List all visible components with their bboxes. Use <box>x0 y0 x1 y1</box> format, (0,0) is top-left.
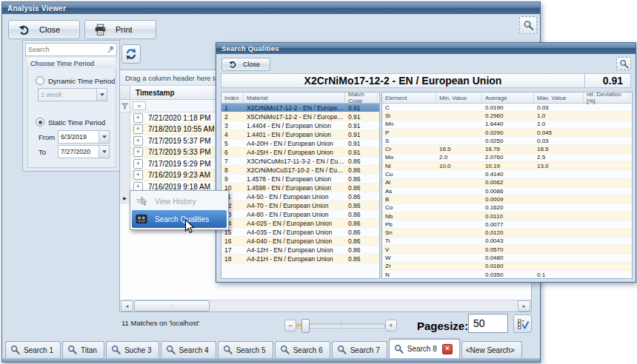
element-row[interactable]: Ni10.010.1913.0 <box>382 162 632 170</box>
tab-suche-3[interactable]: Suche 3 <box>106 341 159 358</box>
element-row[interactable]: S0.02500.03 <box>382 137 632 145</box>
element-row[interactable]: Cu0.4140 <box>382 170 632 178</box>
element-row[interactable]: Co0.1620 <box>382 204 632 212</box>
material-row[interactable]: 2X5CrNiMo17-12-2 - EN / European Union0.… <box>221 112 379 121</box>
element-row[interactable]: Nb0.0110 <box>382 212 632 220</box>
main-titlebar[interactable]: Analysis Viewer <box>2 2 540 14</box>
element-cell: 0.0086 <box>482 188 534 195</box>
tab-search-1[interactable]: Search 1 <box>5 341 61 358</box>
chevron-down-icon[interactable] <box>99 146 109 158</box>
element-row[interactable]: Mn1.64402.0 <box>382 121 632 129</box>
zoom-slider[interactable]: − + <box>284 319 397 331</box>
refresh-button[interactable] <box>121 44 141 64</box>
close-tab-icon[interactable]: × <box>442 344 453 354</box>
expand-icon[interactable]: + <box>133 170 143 180</box>
element-column-header[interactable]: Element <box>382 92 436 103</box>
element-row[interactable]: P0.02900.045 <box>382 129 632 137</box>
element-row[interactable]: C0.01900.03 <box>382 104 632 112</box>
element-row[interactable]: Ti0.0043 <box>382 237 632 246</box>
expand-icon[interactable]: + <box>133 124 143 134</box>
material-row[interactable]: 8X2CrNiMoCuS17-10-2 - EN / European Unio… <box>221 166 379 175</box>
material-row[interactable]: 6A4-25H - EN / European Union0.91 <box>221 148 379 157</box>
material-row[interactable]: 41.4401 - EN / European Union0.91 <box>221 130 379 139</box>
element-row[interactable]: Cr16.516.7618.5 <box>382 145 632 153</box>
from-date-combobox[interactable]: 6/3/2019 <box>58 130 110 144</box>
element-row[interactable]: Sn0.0120 <box>382 229 632 237</box>
static-time-period-radio[interactable]: Static Time Period <box>36 118 105 127</box>
element-row[interactable]: N0.03500.1 <box>382 271 632 279</box>
horizontal-scrollbar[interactable]: ◂ :: ▸ <box>120 300 531 311</box>
pin-icon[interactable] <box>107 46 115 54</box>
element-row[interactable]: Pb0.0077 <box>382 220 632 229</box>
material-row[interactable]: 17A4-12H - EN / European Union0.86 <box>221 246 379 255</box>
element-row[interactable]: B0.0009 <box>382 195 632 203</box>
element-cell: 0.1620 <box>482 204 534 211</box>
material-row[interactable]: 91.4578 - EN / European Union0.86 <box>221 175 379 183</box>
popup-search-button[interactable] <box>616 57 631 70</box>
filter-operator[interactable]: = <box>133 101 146 110</box>
material-row[interactable]: 31.4404 - EN / European Union0.91 <box>221 121 379 130</box>
element-row[interactable]: Si0.29601.0 <box>382 112 632 120</box>
material-column-header[interactable]: Material <box>244 92 345 103</box>
dynamic-time-period-radio[interactable]: Dynamic Time Period <box>36 76 115 85</box>
material-cell: A4-50 - EN / European Union <box>244 193 345 200</box>
element-row[interactable]: Zr0.0160 <box>382 263 632 271</box>
element-row[interactable]: V0.0570 <box>382 246 632 254</box>
tab-search-8[interactable]: Search 8× <box>389 339 460 358</box>
material-row[interactable]: 5A4-20H - EN / European Union0.91 <box>221 139 379 148</box>
tab-new-search[interactable]: <New Search> <box>461 341 522 358</box>
scroll-right-icon[interactable]: ▸ <box>518 300 530 311</box>
maxvalue-column-header[interactable]: Max. Value <box>534 92 584 103</box>
element-row[interactable]: As0.0086 <box>382 187 632 195</box>
tab-titan[interactable]: Titan <box>62 341 104 358</box>
search-button[interactable] <box>519 16 537 34</box>
chevron-down-icon[interactable] <box>99 131 109 143</box>
slider-plus-button[interactable]: + <box>385 320 397 331</box>
minvalue-column-header[interactable]: Min. Value <box>436 92 482 103</box>
material-cell: 9 <box>221 175 244 183</box>
material-cell: 0.91 <box>345 113 378 121</box>
print-button[interactable]: Print <box>84 20 156 39</box>
popup-close-button[interactable]: Close <box>221 58 270 71</box>
expand-icon[interactable]: + <box>133 136 143 146</box>
material-row[interactable]: 16A4-040 - EN / European Union0.86 <box>221 237 379 246</box>
tab-search-5[interactable]: Search 5 <box>218 341 273 358</box>
expand-icon[interactable]: + <box>133 159 143 169</box>
element-row[interactable]: W0.0480 <box>382 254 632 262</box>
search-input[interactable] <box>26 46 107 53</box>
reldeviation-column-header[interactable]: rel. Deviation [%] <box>584 92 630 103</box>
popup-titlebar[interactable]: Search Qualities <box>216 43 636 54</box>
tab-search-7[interactable]: Search 7 <box>332 341 387 358</box>
material-row[interactable]: 11A4-50 - EN / European Union0.86 <box>221 192 379 201</box>
material-row[interactable]: 101.4598 - EN / European Union0.86 <box>221 183 379 192</box>
matchcode-column-header[interactable]: Match Code <box>345 92 378 103</box>
material-row[interactable]: 14A4-025 - EN / European Union0.86 <box>221 219 379 228</box>
average-column-header[interactable]: Average <box>482 92 534 103</box>
material-row[interactable]: 18A4-21H - EN / European Union0.86 <box>221 255 379 263</box>
close-button[interactable]: Close <box>8 20 80 39</box>
tab-search-6[interactable]: Search 6 <box>275 341 330 358</box>
context-menu-item-search-qualities[interactable]: Search Qualities <box>132 210 227 228</box>
scrollbar-thumb[interactable]: :: <box>134 300 210 311</box>
history-cursor-icon <box>134 196 149 206</box>
slider-thumb[interactable] <box>301 319 310 333</box>
expand-icon[interactable]: + <box>133 147 143 157</box>
index-column-header[interactable]: Index <box>221 92 244 103</box>
tab-search-4[interactable]: Search 4 <box>161 341 216 358</box>
expand-icon[interactable]: + <box>133 113 143 123</box>
element-row[interactable]: Mo2.02.07602.5 <box>382 154 632 162</box>
context-menu-item-view-history[interactable]: View History <box>132 192 227 210</box>
to-date-combobox[interactable]: 7/27/2020 <box>58 145 110 158</box>
matches-status: 11 Matches on 'localhost' <box>121 319 199 327</box>
material-row[interactable]: 15A4-035 - EN / European Union0.86 <box>221 228 379 237</box>
material-row[interactable]: 13A4-80 - EN / European Union0.86 <box>221 210 379 219</box>
slider-minus-button[interactable]: − <box>284 320 296 331</box>
pagesize-input[interactable] <box>468 314 508 333</box>
apply-pagesize-button[interactable] <box>513 314 532 333</box>
material-row[interactable]: 1X2CrNiMo17-12-2 - EN / European Union0.… <box>221 104 379 112</box>
material-row[interactable]: 12A4-70 - EN / European Union0.86 <box>221 201 379 210</box>
element-row[interactable]: Al0.0062 <box>382 179 632 187</box>
scroll-left-icon[interactable]: ◂ <box>121 300 133 311</box>
material-row[interactable]: 7X3CrNiCuMo17-11-3-2 - EN / European Uni… <box>221 157 379 166</box>
filter-funnel-icon[interactable] <box>120 100 130 112</box>
